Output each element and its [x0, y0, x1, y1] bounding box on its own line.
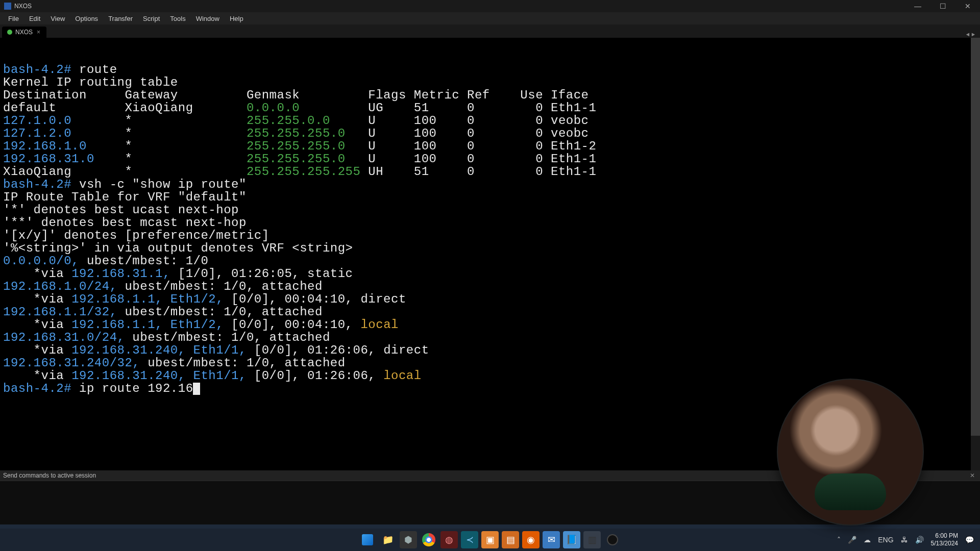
terminal-line: '**' denotes best mcast next-hop	[3, 216, 980, 229]
terminal-line: XiaoQiang * 255.255.255.255 UH 51 0 0 Et…	[3, 165, 980, 178]
sublime-button[interactable]: ▣	[481, 531, 499, 548]
terminal-line: *via 192.168.31.1, [1/0], 01:26:05, stat…	[3, 267, 980, 280]
menu-view[interactable]: View	[45, 13, 70, 24]
menu-script[interactable]: Script	[138, 13, 165, 24]
tray-mic-icon[interactable]: 🎤	[848, 536, 856, 544]
tray-time: 6:00 PM	[931, 532, 958, 540]
terminal-line: 192.168.31.240/32, ubest/mbest: 1/0, att…	[3, 357, 980, 369]
tab-prev-icon[interactable]: ◄	[966, 32, 970, 38]
terminal-line: bash-4.2# vsh -c "show ip route"	[3, 178, 980, 191]
terminal-line: bash-4.2# route	[3, 63, 980, 76]
tab-status-icon	[7, 30, 12, 35]
menu-help[interactable]: Help	[225, 13, 249, 24]
tab-label: NXOS	[15, 29, 33, 36]
terminal-line: 192.168.1.0 * 255.255.255.0 U 100 0 0 Et…	[3, 140, 980, 153]
terminal-line: 192.168.1.1/32, ubest/mbest: 1/0, attach…	[3, 306, 980, 318]
terminal-line: 127.1.0.0 * 255.255.0.0 U 100 0 0 veobc	[3, 114, 980, 127]
system-tray: ˄ 🎤 ☁ ENG 🖧 🔊 6:00 PM 5/13/2024 💬	[837, 532, 974, 547]
terminal-line: Kernel IP routing table	[3, 76, 980, 89]
terminal-line: IP Route Table for VRF "default"	[3, 191, 980, 204]
terminal-line: '[x/y]' denotes [preference/metric]	[3, 229, 980, 242]
menu-transfer[interactable]: Transfer	[103, 13, 138, 24]
start-button[interactable]	[359, 531, 376, 548]
tabbar: NXOS × ◄ ►	[0, 24, 980, 38]
scrollbar-thumb[interactable]	[971, 38, 980, 436]
tray-network-icon[interactable]: 🖧	[901, 536, 908, 544]
terminal-line: '*' denotes best ucast next-hop	[3, 204, 980, 216]
vscode-button[interactable]: ≺	[461, 531, 478, 548]
menu-options[interactable]: Options	[70, 13, 103, 24]
command-bar-close-icon[interactable]: ✕	[968, 472, 977, 479]
session-tab[interactable]: NXOS ×	[2, 27, 46, 38]
webcam-overlay	[777, 379, 924, 525]
tray-onedrive-icon[interactable]: ☁	[864, 536, 871, 544]
menu-tools[interactable]: Tools	[165, 13, 190, 24]
maximize-button[interactable]: ☐	[935, 1, 951, 11]
obs-button[interactable]	[604, 531, 621, 548]
minimize-button[interactable]: —	[909, 1, 926, 11]
close-button[interactable]: ✕	[960, 1, 976, 11]
terminal-line: 192.168.31.0/24, ubest/mbest: 1/0, attac…	[3, 331, 980, 344]
file-explorer-button[interactable]: 📁	[379, 531, 397, 548]
terminal-line: Destination Gateway Genmask Flags Metric…	[3, 89, 980, 102]
windows-icon	[362, 534, 373, 545]
tray-clock[interactable]: 6:00 PM 5/13/2024	[931, 532, 958, 547]
mail-button[interactable]: ✉	[543, 531, 560, 548]
menu-file[interactable]: File	[3, 13, 24, 24]
taskbar-center: 📁 ⬢ ◍ ≺ ▣ ▤ ◉ ✉ 📘 ▥	[359, 531, 621, 548]
tab-next-icon[interactable]: ►	[971, 32, 975, 38]
terminal-line: '%<string>' in via output denotes VRF <s…	[3, 242, 980, 255]
desktop-background-strip	[0, 524, 980, 529]
chrome-icon	[422, 533, 435, 546]
menu-window[interactable]: Window	[191, 13, 225, 24]
terminal-scrollbar[interactable]	[971, 38, 980, 470]
terminal-line: 0.0.0.0/0, ubest/mbest: 1/0	[3, 255, 980, 267]
app-round-button[interactable]: ◍	[440, 531, 458, 548]
app-hex-button[interactable]: ⬢	[400, 531, 417, 548]
menu-edit[interactable]: Edit	[24, 13, 45, 24]
terminal-line: 192.168.31.0 * 255.255.255.0 U 100 0 0 E…	[3, 153, 980, 165]
ubuntu-button[interactable]: ◉	[522, 531, 540, 548]
app-note-button[interactable]: 📘	[563, 531, 580, 548]
terminal-line: default XiaoQiang 0.0.0.0 UG 51 0 0 Eth1…	[3, 102, 980, 114]
tray-notifications-icon[interactable]: 💬	[965, 536, 974, 544]
window-title: NXOS	[14, 3, 32, 10]
terminal-line: *via 192.168.31.240, Eth1/1, [0/0], 01:2…	[3, 344, 980, 357]
command-bar-label: Send commands to active session	[3, 472, 96, 479]
app-orange2-button[interactable]: ▤	[502, 531, 519, 548]
chrome-button[interactable]	[420, 531, 437, 548]
titlebar: NXOS — ☐ ✕	[0, 0, 980, 12]
tab-nav-arrows: ◄ ►	[966, 32, 978, 38]
securecrt-button[interactable]: ▥	[583, 531, 601, 548]
obs-icon	[607, 534, 618, 545]
terminal-cursor	[193, 383, 200, 395]
taskbar: 📁 ⬢ ◍ ≺ ▣ ▤ ◉ ✉ 📘 ▥ ˄ 🎤 ☁ ENG 🖧 🔊 6:00 P…	[0, 529, 980, 551]
tab-close-icon[interactable]: ×	[36, 29, 41, 36]
tray-chevron-icon[interactable]: ˄	[837, 536, 841, 544]
tray-date: 5/13/2024	[931, 540, 958, 547]
tray-volume-icon[interactable]: 🔊	[915, 536, 924, 544]
terminal-line: *via 192.168.1.1, Eth1/2, [0/0], 00:04:1…	[3, 293, 980, 306]
tray-lang[interactable]: ENG	[878, 536, 893, 544]
window-controls: — ☐ ✕	[909, 1, 976, 11]
terminal-line: 192.168.1.0/24, ubest/mbest: 1/0, attach…	[3, 280, 980, 293]
menubar: File Edit View Options Transfer Script T…	[0, 12, 980, 24]
app-icon	[4, 3, 11, 10]
terminal-line: *via 192.168.1.1, Eth1/2, [0/0], 00:04:1…	[3, 318, 980, 331]
terminal-line: 127.1.2.0 * 255.255.255.0 U 100 0 0 veob…	[3, 127, 980, 140]
